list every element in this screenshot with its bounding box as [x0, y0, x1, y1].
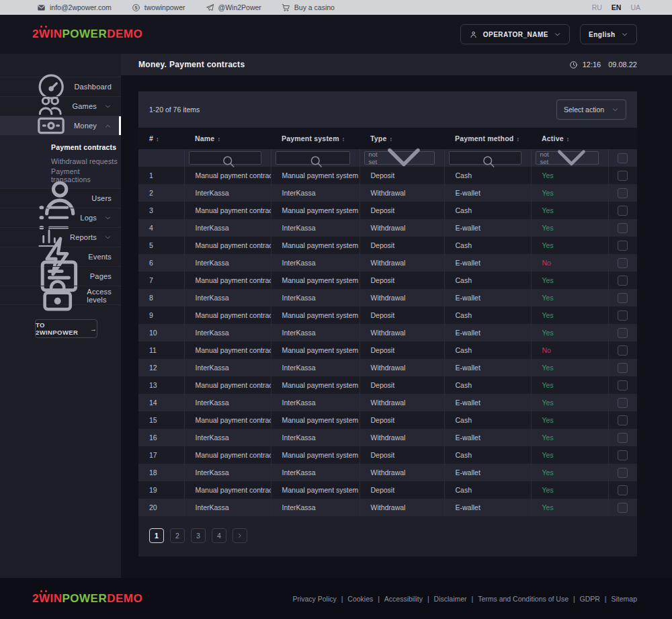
- column-header-payment-system[interactable]: Payment system↕: [271, 128, 360, 149]
- select-all-checkbox[interactable]: [618, 153, 628, 163]
- footer-logo[interactable]: 2WINPOWERDEMO: [32, 592, 142, 606]
- cell-system: InterKassa: [271, 394, 360, 411]
- table-row: 8InterKassaInterKassaWithdrawalE-walletY…: [138, 289, 637, 306]
- row-checkbox[interactable]: [618, 345, 628, 356]
- table-row: 15Manual payment contractManual payment …: [138, 411, 637, 429]
- footer-separator: |: [425, 595, 431, 603]
- search-field: [449, 151, 521, 165]
- footer-link-terms-and-conditions-of-use[interactable]: Terms and Conditions of Use: [478, 595, 569, 603]
- footer-link-disclaimer[interactable]: Disclaimer: [434, 595, 467, 603]
- page-button-3[interactable]: 3: [191, 528, 206, 543]
- table-row: 18InterKassaInterKassaWithdrawalE-wallet…: [138, 464, 637, 481]
- lang-ru[interactable]: RU: [592, 3, 602, 11]
- row-checkbox[interactable]: [618, 293, 628, 303]
- main-area: Money. Payment contracts 12:16 09.08.22 …: [121, 54, 672, 578]
- table-row: 2InterKassaInterKassaWithdrawalE-walletY…: [138, 184, 637, 202]
- cell-method: Cash: [444, 411, 531, 429]
- cell-checkbox: [608, 219, 637, 237]
- grid-card-header: 1-20 of 76 items Select action: [138, 91, 637, 128]
- sidebar-item-money[interactable]: Money: [0, 116, 121, 135]
- contact-label: Buy a casino: [294, 3, 335, 11]
- table-row: 11Manual payment contractManual payment …: [138, 341, 637, 359]
- cell-method: Cash: [444, 341, 531, 359]
- sidebar-item-access-levels[interactable]: Access levels: [0, 286, 121, 305]
- to-2winpower-label: TO 2WINPOWER: [36, 321, 85, 336]
- row-checkbox[interactable]: [618, 241, 628, 251]
- table-row: 13Manual payment contractManual payment …: [138, 376, 637, 394]
- cell-method: E-wallet: [444, 359, 531, 376]
- row-checkbox[interactable]: [618, 311, 628, 321]
- footer-link-gdpr[interactable]: GDPR: [580, 595, 600, 603]
- sidebar-item-label: Logs: [80, 214, 97, 222]
- footer-link-privacy-policy[interactable]: Privacy Policy: [292, 595, 336, 603]
- row-checkbox[interactable]: [618, 171, 628, 181]
- row-checkbox[interactable]: [618, 188, 628, 198]
- page-button-1[interactable]: 1: [149, 528, 164, 543]
- lang-en[interactable]: EN: [612, 3, 622, 11]
- cell-name: InterKassa: [184, 219, 271, 237]
- language-dropdown[interactable]: English: [580, 24, 637, 44]
- table-row: 10InterKassaInterKassaWithdrawalE-wallet…: [138, 324, 637, 341]
- row-checkbox[interactable]: [618, 223, 628, 233]
- lang-ua[interactable]: UA: [630, 3, 640, 11]
- page-button-4[interactable]: 4: [212, 528, 226, 543]
- column-label: Payment method: [455, 134, 513, 142]
- row-checkbox[interactable]: [618, 328, 628, 338]
- cell-name: InterKassa: [184, 184, 271, 202]
- cell-method: E-wallet: [444, 394, 531, 411]
- cell-active: Yes: [531, 324, 608, 341]
- row-checkbox[interactable]: [618, 206, 628, 216]
- footer-link-cookies[interactable]: Cookies: [347, 595, 373, 603]
- row-checkbox[interactable]: [618, 363, 628, 373]
- table-row: 7Manual payment contractManual payment s…: [138, 272, 637, 289]
- row-checkbox[interactable]: [618, 433, 628, 443]
- footer-separator: |: [470, 595, 476, 603]
- select-action-dropdown[interactable]: Select action: [556, 99, 626, 120]
- sidebar-subitem-payment-contracts[interactable]: Payment contracts: [0, 140, 121, 154]
- cell-type: Deposit: [360, 411, 444, 429]
- column-header-payment-method[interactable]: Payment method↕: [444, 128, 531, 149]
- column-header-[interactable]: #↕: [138, 128, 184, 149]
- contact-twowinpower[interactable]: Stwowinpower: [132, 3, 185, 12]
- filter-cell: not set: [531, 149, 608, 167]
- chevron-down-icon: [104, 214, 112, 222]
- footer-link-sitemap[interactable]: Sitemap: [611, 595, 637, 603]
- to-2winpower-button[interactable]: TO 2WINPOWER →: [35, 319, 97, 338]
- row-checkbox[interactable]: [618, 415, 628, 425]
- row-checkbox[interactable]: [618, 468, 628, 478]
- lock-icon: [36, 274, 79, 317]
- cell-checkbox: [608, 184, 637, 202]
- page-button-2[interactable]: 2: [170, 528, 185, 543]
- row-checkbox[interactable]: [618, 276, 628, 286]
- filter-cell: [608, 149, 637, 167]
- cell-method: E-wallet: [444, 324, 531, 341]
- active-filter-select[interactable]: not set: [536, 151, 599, 165]
- column-header-name[interactable]: Name↕: [184, 128, 271, 149]
- type-filter-select[interactable]: not set: [364, 151, 435, 165]
- operator-dropdown[interactable]: OPERATOR_NAME: [460, 24, 570, 44]
- cell-system: InterKassa: [271, 359, 360, 376]
- row-checkbox[interactable]: [618, 398, 628, 408]
- logo[interactable]: 2WINPOWERDEMO: [32, 28, 142, 41]
- header-controls: OPERATOR_NAME English: [460, 24, 637, 44]
- row-checkbox[interactable]: [618, 258, 628, 268]
- language-label: English: [589, 31, 616, 38]
- sidebar-subitem-withdrawal-requests[interactable]: Withdrawal requests: [0, 154, 121, 168]
- sort-icon: ↕: [516, 136, 519, 142]
- next-page-button[interactable]: [233, 528, 247, 543]
- cell-checkbox: [608, 376, 637, 394]
- cell-active: Yes: [531, 219, 608, 237]
- footer-link-accessibility[interactable]: Accessibility: [384, 595, 423, 603]
- row-checkbox[interactable]: [618, 380, 628, 390]
- contact-win2power[interactable]: @Win2Power: [206, 3, 261, 12]
- row-checkbox[interactable]: [618, 450, 628, 460]
- cell-type: Withdrawal: [360, 254, 444, 272]
- cell-method: E-wallet: [444, 219, 531, 237]
- row-checkbox[interactable]: [618, 503, 628, 513]
- cell-num: 7: [138, 272, 184, 289]
- contact-buy-a-casino[interactable]: Buy a casino: [282, 3, 335, 12]
- cell-active: Yes: [531, 376, 608, 394]
- row-checkbox[interactable]: [618, 485, 628, 495]
- contact-info-2wpower-com[interactable]: info@2wpower.com: [37, 3, 112, 12]
- cell-name: Manual payment contract: [184, 376, 271, 394]
